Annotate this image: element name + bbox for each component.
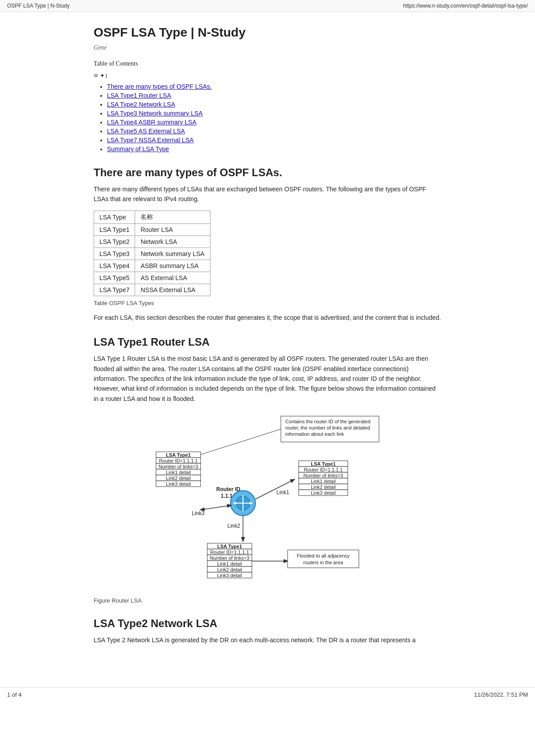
browser-bar: OSPF LSA Type | N-Study https://www.n-st… (0, 0, 535, 12)
main-title: OSPF LSA Type | N-Study (94, 25, 441, 40)
table-row: LSA Type5 AS External LSA (94, 272, 210, 284)
toc-item-7[interactable]: LSA Type7 NSSA External LSA (107, 136, 441, 144)
table-caption: Table OSPF LSA Types (94, 300, 441, 306)
svg-text:Link2: Link2 (227, 523, 240, 529)
browser-url: https://www.n-study.com/en/ospf-detail/o… (403, 3, 528, 9)
toc-item-8[interactable]: Summary of LSA Type (107, 145, 441, 153)
svg-text:Link3 detail: Link3 detail (217, 573, 242, 578)
table-row: LSA Type4 ASBR summary LSA (94, 260, 210, 272)
svg-text:Link1 detail: Link1 detail (311, 479, 336, 484)
toc-link-5[interactable]: LSA Type4 ASBR summary LSA (107, 119, 197, 126)
toc-icon: ≡ (94, 71, 98, 80)
svg-text:Link3 detail: Link3 detail (166, 481, 191, 487)
lsa-name-cell: Router LSA (135, 223, 210, 235)
table-row: LSA Type7 NSSA External LSA (94, 284, 210, 296)
svg-text:LSA Type1: LSA Type1 (311, 461, 336, 467)
lsa-type-table: LSA Type 名称 LSA Type1 Router LSA LSA Typ… (94, 211, 210, 296)
section3-heading: LSA Type2 Network LSA (94, 617, 441, 630)
svg-text:Link3: Link3 (192, 510, 205, 516)
section2-body: LSA Type 1 Router LSA is the most basic … (94, 354, 441, 404)
table-row: LSA Type3 Network summary LSA (94, 248, 210, 260)
svg-rect-56 (288, 550, 359, 568)
svg-text:router, the number of links an: router, the number of links and detailed (285, 425, 370, 430)
lsa-type-cell: LSA Type1 (94, 223, 135, 235)
lsa-name-cell: ASBR summary LSA (135, 260, 210, 272)
toc-item-4[interactable]: LSA Type3 Network summary LSA (107, 110, 441, 117)
toc-link-1[interactable]: There are many types of OSPF LSAs. (107, 83, 212, 90)
lsa-type-cell: LSA Type3 (94, 248, 135, 260)
lsa-type-cell: LSA Type2 (94, 235, 135, 248)
svg-line-4 (195, 429, 281, 456)
toc-link-7[interactable]: LSA Type7 NSSA External LSA (107, 136, 193, 144)
figure-caption-router-lsa: Figure Router LSA (94, 597, 441, 604)
section1-intro: There are many different types of LSAs t… (94, 184, 441, 204)
svg-text:Router ID: Router ID (216, 486, 240, 492)
svg-text:Link2 detail: Link2 detail (311, 484, 336, 490)
svg-text:Number of links=3: Number of links=3 (304, 473, 343, 478)
toc-item-1[interactable]: There are many types of OSPF LSAs. (107, 83, 441, 91)
toc-item-3[interactable]: LSA Type2 Network LSA (107, 101, 441, 108)
svg-text:Router ID=1.1.1.1: Router ID=1.1.1.1 (159, 458, 198, 463)
section3-body: LSA Type 2 Network LSA is generated by t… (94, 635, 441, 645)
toc-link-6[interactable]: LSA Type5 AS External LSA (107, 128, 185, 135)
page-info: 1 of 4 (7, 691, 22, 698)
table-header-row: LSA Type 名称 (94, 211, 210, 223)
svg-text:Contains the router ID of the : Contains the router ID of the generated (285, 419, 370, 424)
svg-text:Link3 detail: Link3 detail (311, 490, 336, 496)
lsa-type-cell: LSA Type5 (94, 272, 135, 284)
lsa-name-cell: NSSA External LSA (135, 284, 210, 296)
svg-text:Link1 detail: Link1 detail (166, 470, 191, 475)
toc-link-3[interactable]: LSA Type2 Network LSA (107, 101, 175, 108)
svg-text:routers in the area: routers in the area (303, 560, 343, 565)
svg-text:LSA Type1: LSA Type1 (217, 544, 242, 549)
router-lsa-svg: Contains the router ID of the generated … (129, 412, 406, 595)
svg-line-25 (201, 505, 231, 510)
svg-text:information about each link: information about each link (285, 431, 344, 437)
svg-text:Link1: Link1 (276, 489, 289, 496)
svg-text:Flooded to all adjacency: Flooded to all adjacency (297, 553, 350, 558)
svg-text:LSA Type1: LSA Type1 (166, 452, 191, 458)
lsa-name-cell: Network summary LSA (135, 248, 210, 260)
browser-title: OSPF LSA Type | N-Study (7, 3, 70, 9)
svg-text:Link2 detail: Link2 detail (166, 475, 191, 481)
toc-item-2[interactable]: LSA Type1 Router LSA (107, 92, 441, 99)
router-lsa-diagram-container: Contains the router ID of the generated … (94, 412, 441, 595)
section1-heading: There are many types of OSPF LSAs. (94, 166, 441, 179)
author: Gene (94, 44, 441, 51)
svg-text:Number of links=3: Number of links=3 (159, 464, 198, 469)
toc-link-8[interactable]: Summary of LSA Type (107, 145, 169, 153)
svg-text:Link2 detail: Link2 detail (217, 567, 242, 572)
svg-text:Number of links=3: Number of links=3 (210, 555, 250, 561)
table-header-col1: LSA Type (94, 211, 135, 223)
table-row: LSA Type2 Network LSA (94, 235, 210, 248)
lsa-type-cell: LSA Type4 (94, 260, 135, 272)
section1-after-table: For each LSA, this section describes the… (94, 313, 441, 322)
toc-link-2[interactable]: LSA Type1 Router LSA (107, 92, 171, 99)
date-time: 11/26/2022, 7:51 PM (474, 691, 528, 698)
table-header-col2: 名称 (135, 211, 210, 223)
lsa-name-cell: Network LSA (135, 235, 210, 248)
footer-bar: 1 of 4 11/26/2022, 7:51 PM (0, 687, 535, 702)
toc-label: Table of Contents (94, 60, 441, 67)
svg-text:Router ID=1.1.1.1: Router ID=1.1.1.1 (210, 549, 249, 555)
toc-link-4[interactable]: LSA Type3 Network summary LSA (107, 110, 203, 117)
svg-text:Link1 detail: Link1 detail (217, 561, 242, 566)
lsa-type-cell: LSA Type7 (94, 284, 135, 296)
table-row: LSA Type1 Router LSA (94, 223, 210, 235)
toc-list: There are many types of OSPF LSAs. LSA T… (94, 83, 441, 153)
lsa-name-cell: AS External LSA (135, 272, 210, 284)
toc-item-6[interactable]: LSA Type5 AS External LSA (107, 128, 441, 135)
section2-heading: LSA Type1 Router LSA (94, 336, 441, 348)
svg-text:Router ID=1.1.1.1: Router ID=1.1.1.1 (304, 467, 342, 472)
toc-number: ✦1 (100, 72, 108, 79)
page-content: OSPF LSA Type | N-Study Gene Table of Co… (76, 12, 459, 678)
toc-item-5[interactable]: LSA Type4 ASBR summary LSA (107, 119, 441, 126)
